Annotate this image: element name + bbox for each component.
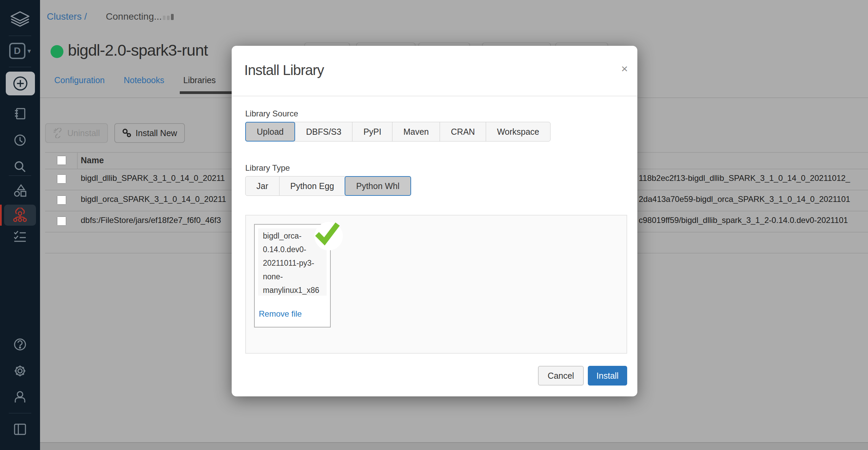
close-icon[interactable]: × xyxy=(621,63,628,74)
name-column-header: Name xyxy=(81,155,104,165)
checklist-icon xyxy=(13,230,27,243)
gear-icon xyxy=(13,363,27,378)
sidebar-collapse-button[interactable] xyxy=(0,421,40,438)
broken-link-icon xyxy=(53,128,63,138)
row-checkbox[interactable] xyxy=(57,174,66,184)
select-all-checkbox[interactable] xyxy=(57,156,66,165)
sidebar: D ▾ xyxy=(0,0,40,450)
sidebar-item-search[interactable] xyxy=(0,158,40,175)
table-row-name-fragment: 2da413a70e59-bigdl_orca_SPARK_3_1_0_14_0… xyxy=(639,194,850,204)
install-new-button[interactable]: Install New xyxy=(114,123,185,143)
file-dropzone[interactable]: bigdl_orca- 0.14.0.dev0- 20211011-py3- n… xyxy=(245,215,627,354)
source-option-upload[interactable]: Upload xyxy=(245,122,295,142)
library-source-group: Upload DBFS/S3 PyPI Maven CRAN Workspace xyxy=(245,122,551,142)
header-column-divider xyxy=(77,152,78,169)
sidebar-divider xyxy=(9,413,31,413)
uploaded-file-card: bigdl_orca- 0.14.0.dev0- 20211011-py3- n… xyxy=(254,224,331,327)
sidebar-divider xyxy=(9,36,31,36)
table-row-name: bigdl_orca_SPARK_3_1_0_14_0_20211 xyxy=(81,194,226,204)
library-type-label: Library Type xyxy=(245,163,290,173)
row-checkbox[interactable] xyxy=(57,195,66,205)
install-new-label: Install New xyxy=(136,128,177,138)
horizontal-scrollbar[interactable] xyxy=(40,442,868,450)
search-icon xyxy=(13,160,27,173)
cancel-button[interactable]: Cancel xyxy=(538,366,584,386)
library-source-label: Library Source xyxy=(245,109,298,118)
chevron-down-icon: ▾ xyxy=(27,47,31,55)
sidebar-item-recents[interactable] xyxy=(0,132,40,149)
upload-success-check xyxy=(312,221,343,252)
tab-notebooks[interactable]: Notebooks xyxy=(124,75,165,85)
table-row-name: bigdl_dllib_SPARK_3_1_0_14_0_20211 xyxy=(81,173,225,183)
install-library-modal: Install Library × Library Source Upload … xyxy=(232,46,637,396)
modal-header-divider xyxy=(232,96,637,96)
source-option-pypi[interactable]: PyPI xyxy=(352,122,392,141)
clusters-cloud-icon xyxy=(12,208,28,223)
create-button[interactable] xyxy=(6,72,35,95)
sidebar-item-clusters[interactable] xyxy=(4,205,36,226)
tab-configuration[interactable]: Configuration xyxy=(54,75,105,85)
sidebar-item-data[interactable] xyxy=(0,182,40,199)
panel-icon xyxy=(13,423,27,436)
check-icon xyxy=(314,221,341,246)
loading-bars-icon xyxy=(163,14,174,20)
help-icon xyxy=(13,337,27,352)
cluster-status-dot xyxy=(51,45,63,58)
table-row-name-fragment: c98019ff59/bigdl_dllib_spark_3_1_2-0.14.… xyxy=(639,215,848,225)
notebook-icon xyxy=(13,107,27,120)
sidebar-item-settings[interactable] xyxy=(0,362,40,379)
table-row-name: dbfs:/FileStore/jars/ef18f2e7_f6f0_46f3 xyxy=(81,215,221,225)
source-option-maven[interactable]: Maven xyxy=(392,122,440,141)
sidebar-item-help[interactable] xyxy=(0,336,40,353)
breadcrumb-clusters-link[interactable]: Clusters / xyxy=(47,11,87,22)
install-button[interactable]: Install xyxy=(588,366,627,386)
active-tab-underline xyxy=(180,91,237,94)
table-row-name-fragment: 118b2ec2f13-bigdl_dllib_SPARK_3_1_0_14_0… xyxy=(639,173,850,183)
source-option-workspace[interactable]: Workspace xyxy=(486,122,550,141)
sidebar-divider xyxy=(9,175,31,176)
workspace-switcher[interactable]: D ▾ xyxy=(0,41,40,61)
page-title: bigdl-2.0-spark3-runt xyxy=(68,41,208,59)
clock-icon xyxy=(13,133,27,147)
shapes-icon xyxy=(13,184,27,198)
tab-libraries[interactable]: Libraries xyxy=(183,75,216,85)
type-option-python-whl[interactable]: Python Whl xyxy=(345,176,411,196)
remove-file-link[interactable]: Remove file xyxy=(259,309,302,319)
file-name-line: 20211011-py3- xyxy=(263,257,327,269)
link-icon xyxy=(122,128,132,138)
uninstall-label: Uninstall xyxy=(67,128,100,138)
uninstall-button[interactable]: Uninstall xyxy=(45,123,108,143)
sidebar-divider xyxy=(9,67,31,67)
source-option-cran[interactable]: CRAN xyxy=(440,122,486,141)
sidebar-item-jobs[interactable] xyxy=(0,228,40,245)
plus-circle-icon xyxy=(13,76,28,91)
active-indicator xyxy=(0,205,2,226)
cluster-tabs: Configuration Notebooks Libraries xyxy=(54,75,216,85)
user-icon xyxy=(13,390,27,404)
file-name-line: manylinux1_x86 xyxy=(263,284,327,296)
type-option-python-egg[interactable]: Python Egg xyxy=(279,176,345,195)
file-name-line: none- xyxy=(263,270,327,283)
modal-title: Install Library xyxy=(244,62,324,78)
breadcrumb: Clusters / Connecting... xyxy=(47,11,162,22)
cluster-status-text: Connecting... xyxy=(106,11,162,22)
source-option-dbfs-s3[interactable]: DBFS/S3 xyxy=(295,122,352,141)
sidebar-item-account[interactable] xyxy=(0,389,40,406)
type-option-jar[interactable]: Jar xyxy=(246,176,279,195)
workspace-d-icon: D xyxy=(9,43,25,59)
databricks-logo-icon[interactable] xyxy=(0,10,40,31)
sidebar-item-workspace[interactable] xyxy=(0,105,40,122)
library-type-group: Jar Python Egg Python Whl xyxy=(245,176,411,196)
row-checkbox[interactable] xyxy=(57,217,66,226)
